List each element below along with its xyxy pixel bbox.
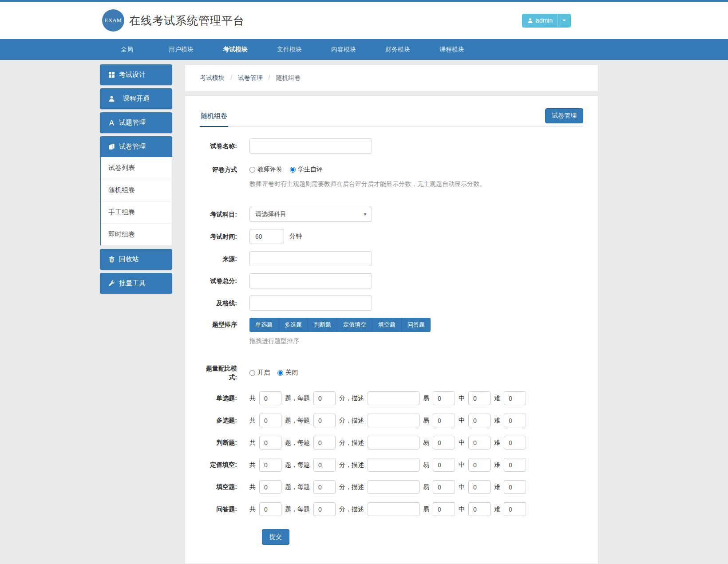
nav-item-file-module[interactable]: 文件模块 bbox=[262, 39, 317, 60]
word-score-desc: 分，描述 bbox=[339, 439, 364, 447]
question-easy-input[interactable] bbox=[433, 414, 455, 427]
total-score-input[interactable] bbox=[249, 273, 372, 288]
question-desc-input[interactable] bbox=[368, 436, 419, 450]
question-medium-input[interactable] bbox=[468, 391, 491, 405]
type-order-button-5[interactable]: 问答题 bbox=[402, 318, 431, 332]
question-count-input[interactable] bbox=[259, 458, 281, 472]
question-easy-input[interactable] bbox=[433, 391, 455, 405]
nav-item-exam-module[interactable]: 考试模块 bbox=[208, 39, 262, 60]
question-medium-input[interactable] bbox=[468, 480, 491, 494]
ratio-option-off[interactable]: 关闭 bbox=[277, 369, 298, 377]
nav-item-global[interactable]: 全局 bbox=[100, 39, 154, 60]
question-desc-input[interactable] bbox=[368, 458, 419, 472]
question-count-input[interactable] bbox=[259, 414, 281, 427]
word-hard: 难 bbox=[494, 394, 500, 402]
word-total: 共 bbox=[249, 461, 256, 469]
nav-item-content-module[interactable]: 内容模块 bbox=[317, 39, 371, 60]
question-desc-input[interactable] bbox=[368, 480, 419, 494]
student-grading-radio[interactable] bbox=[290, 167, 296, 173]
breadcrumb-item-paper-manage[interactable]: 试卷管理 bbox=[238, 74, 263, 81]
question-hard-input[interactable] bbox=[504, 436, 526, 450]
grading-option-student[interactable]: 学生自评 bbox=[290, 166, 323, 174]
teacher-grading-radio[interactable] bbox=[249, 167, 255, 173]
sidebar-item-course-open[interactable]: 课程开通 bbox=[100, 88, 172, 109]
type-order-button-0[interactable]: 单选题 bbox=[249, 318, 279, 332]
source-input[interactable] bbox=[249, 251, 372, 266]
duration-input[interactable] bbox=[249, 229, 284, 244]
sidebar-item-exam-design[interactable]: 考试设计 bbox=[100, 64, 172, 85]
paper-name-label: 试卷名称: bbox=[200, 138, 249, 154]
paper-manage-button[interactable]: 试卷管理 bbox=[545, 108, 583, 123]
question-score-input[interactable] bbox=[313, 480, 336, 494]
paper-name-input[interactable] bbox=[249, 138, 372, 154]
question-easy-input[interactable] bbox=[433, 436, 455, 450]
admin-user-main[interactable]: admin bbox=[522, 14, 558, 27]
submit-button[interactable]: 提交 bbox=[262, 529, 289, 545]
admin-username: admin bbox=[536, 17, 553, 24]
submenu-item-paper-list[interactable]: 试卷列表 bbox=[101, 157, 172, 179]
question-type-label: 判断题: bbox=[200, 436, 249, 450]
question-hard-input[interactable] bbox=[504, 458, 526, 472]
question-medium-input[interactable] bbox=[468, 414, 491, 427]
ratio-off-radio[interactable] bbox=[277, 370, 283, 376]
question-count-input[interactable] bbox=[259, 436, 281, 450]
question-medium-input[interactable] bbox=[468, 458, 491, 472]
nav-item-finance-module[interactable]: 财务模块 bbox=[371, 39, 425, 60]
tab-random-paper[interactable]: 随机组卷 bbox=[200, 108, 228, 127]
question-type-label: 定值填空: bbox=[200, 458, 249, 472]
grading-mode-label: 评卷方式 bbox=[200, 165, 249, 174]
admin-user-button[interactable]: admin bbox=[522, 14, 571, 28]
admin-dropdown-toggle[interactable] bbox=[558, 14, 570, 27]
breadcrumb-item-exam-module[interactable]: 考试模块 bbox=[200, 74, 225, 81]
question-easy-input[interactable] bbox=[433, 502, 455, 516]
sidebar-item-question-manage[interactable]: 试题管理 bbox=[100, 112, 172, 133]
type-order-help-text: 拖拽进行题型排序 bbox=[249, 337, 431, 345]
word-per-question: 题，每题 bbox=[285, 394, 310, 402]
question-desc-input[interactable] bbox=[368, 391, 419, 405]
question-medium-input[interactable] bbox=[468, 436, 491, 450]
word-score-desc: 分，描述 bbox=[339, 505, 364, 513]
submenu-item-random-paper[interactable]: 随机组卷 bbox=[101, 179, 172, 201]
main-content: 考试模块 / 试卷管理 / 随机组卷 随机组卷 试卷管理 试卷名称: 评卷方式 bbox=[185, 64, 598, 564]
question-hard-input[interactable] bbox=[504, 480, 526, 494]
type-order-button-3[interactable]: 定值填空 bbox=[337, 318, 372, 332]
type-order-label: 题型排序 bbox=[200, 318, 249, 331]
random-paper-panel: 随机组卷 试卷管理 试卷名称: 评卷方式 教师评卷 bbox=[185, 95, 598, 564]
nav-item-course-module[interactable]: 课程模块 bbox=[425, 39, 479, 60]
question-desc-input[interactable] bbox=[368, 414, 419, 427]
question-score-input[interactable] bbox=[313, 502, 336, 516]
pass-line-input[interactable] bbox=[249, 296, 372, 311]
nav-item-user-module[interactable]: 用户模块 bbox=[154, 39, 208, 60]
submenu-item-instant-paper[interactable]: 即时组卷 bbox=[101, 224, 172, 245]
grading-option-teacher[interactable]: 教师评卷 bbox=[249, 166, 282, 174]
ratio-on-radio[interactable] bbox=[249, 370, 255, 376]
question-score-input[interactable] bbox=[313, 414, 336, 427]
question-count-input[interactable] bbox=[259, 391, 281, 405]
question-type-label: 填空题: bbox=[200, 480, 249, 494]
question-desc-input[interactable] bbox=[368, 502, 419, 516]
question-hard-input[interactable] bbox=[504, 391, 526, 405]
type-order-button-4[interactable]: 填空题 bbox=[372, 318, 402, 332]
question-score-input[interactable] bbox=[313, 391, 336, 405]
copy-pages-icon bbox=[108, 143, 115, 150]
question-hard-input[interactable] bbox=[504, 414, 526, 427]
sidebar-item-batch-tools[interactable]: 批量工具 bbox=[100, 273, 172, 294]
sidebar-item-recycle-bin[interactable]: 回收站 bbox=[100, 249, 172, 270]
question-easy-input[interactable] bbox=[433, 480, 455, 494]
submenu-item-manual-paper[interactable]: 手工组卷 bbox=[101, 201, 172, 224]
subject-select[interactable]: 请选择科目 ▼ bbox=[249, 207, 372, 222]
question-type-label: 问答题: bbox=[200, 502, 249, 516]
question-count-input[interactable] bbox=[259, 502, 281, 516]
question-score-input[interactable] bbox=[313, 458, 336, 472]
question-hard-input[interactable] bbox=[504, 502, 526, 516]
ratio-option-on[interactable]: 开启 bbox=[249, 369, 270, 377]
question-config-row-4: 填空题: 共 题，每题 分，描述 易 中 难 bbox=[200, 480, 583, 494]
type-order-button-1[interactable]: 多选题 bbox=[279, 318, 308, 332]
question-medium-input[interactable] bbox=[468, 502, 491, 516]
question-easy-input[interactable] bbox=[433, 458, 455, 472]
question-config-rows: 单选题: 共 题，每题 分，描述 易 中 难 bbox=[200, 391, 583, 516]
question-score-input[interactable] bbox=[313, 436, 336, 450]
type-order-button-2[interactable]: 判断题 bbox=[308, 318, 337, 332]
sidebar-item-paper-manage[interactable]: 试卷管理 bbox=[100, 136, 172, 157]
question-count-input[interactable] bbox=[259, 480, 281, 494]
